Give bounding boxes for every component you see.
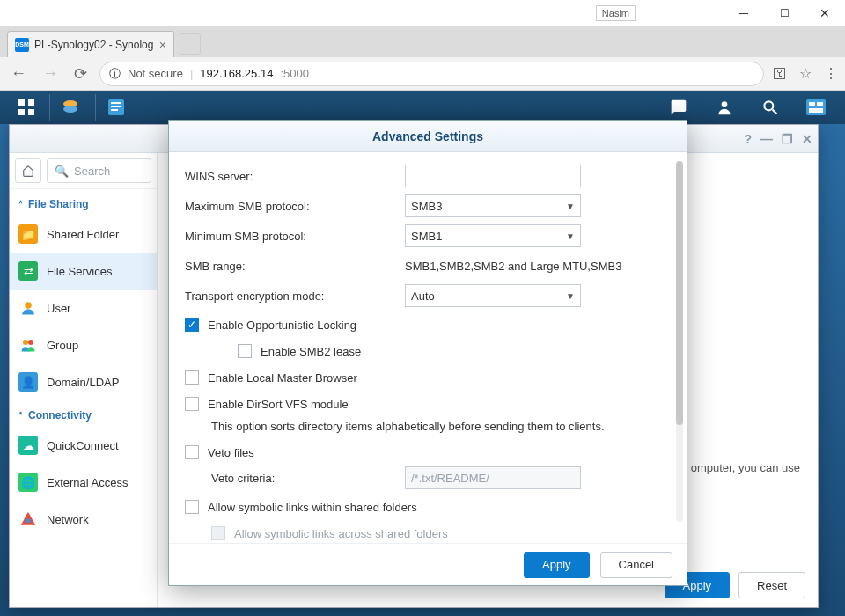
- svg-rect-13: [806, 99, 826, 115]
- svg-point-10: [722, 101, 728, 107]
- local-master-checkbox[interactable]: [185, 370, 199, 385]
- veto-files-checkbox[interactable]: [185, 445, 199, 459]
- sidebar-item-file-services[interactable]: ⇄ File Services: [10, 253, 157, 290]
- dsm-widgets-icon[interactable]: [796, 94, 836, 121]
- sidebar-item-network[interactable]: Network: [10, 501, 157, 538]
- tab-close-icon[interactable]: ×: [159, 38, 166, 52]
- svg-rect-9: [111, 109, 118, 111]
- dsm-apps-button[interactable]: [9, 94, 44, 121]
- svg-rect-15: [817, 102, 823, 106]
- cloud-icon: ☁: [18, 436, 38, 455]
- info-icon: ⓘ: [109, 66, 121, 82]
- security-label: Not secure: [128, 67, 183, 80]
- address-bar[interactable]: ⓘ Not secure | 192.168.25.14:5000: [99, 62, 764, 86]
- cp-close-icon[interactable]: ✕: [802, 132, 812, 146]
- forward-button[interactable]: →: [39, 61, 62, 86]
- svg-rect-1: [28, 99, 34, 106]
- url-port: :5000: [280, 67, 309, 80]
- sidebar-home-button[interactable]: [15, 158, 41, 183]
- wins-input[interactable]: [405, 165, 581, 187]
- dsm-user-icon[interactable]: [704, 94, 745, 121]
- cp-help-icon[interactable]: ?: [744, 132, 752, 146]
- transport-select[interactable]: Auto ▼: [405, 284, 581, 307]
- modal-title: Advanced Settings: [169, 121, 687, 152]
- symlinks-within-checkbox[interactable]: [185, 500, 199, 514]
- svg-point-18: [23, 340, 28, 345]
- network-icon: [18, 510, 38, 529]
- svg-point-17: [25, 302, 32, 309]
- os-maximize-button[interactable]: ☐: [764, 0, 805, 26]
- chevron-up-icon: ˄: [18, 411, 23, 421]
- smb2-lease-checkbox[interactable]: [238, 344, 252, 358]
- opportunistic-locking-label: Enable Opportunistic Locking: [208, 319, 356, 332]
- section-file-sharing[interactable]: ˄ File Sharing: [10, 189, 157, 216]
- os-close-button[interactable]: ✕: [805, 0, 845, 26]
- opportunistic-locking-checkbox[interactable]: [185, 318, 199, 332]
- cp-minimize-icon[interactable]: —: [760, 132, 773, 146]
- max-smb-select[interactable]: SMB3 ▼: [405, 194, 581, 217]
- key-icon[interactable]: ⚿: [773, 66, 787, 82]
- chevron-down-icon: ▼: [566, 291, 575, 301]
- control-panel-window: Control Panel ? — ❐ ✕ 🔍 Search: [9, 124, 819, 608]
- cp-maximize-icon[interactable]: ❐: [782, 132, 793, 146]
- sidebar-item-domain-ldap[interactable]: 👤 Domain/LDAP: [10, 363, 157, 400]
- browser-toolbar: ← → ⟳ ⓘ Not secure | 192.168.25.14:5000 …: [0, 57, 845, 91]
- new-tab-button[interactable]: [180, 33, 201, 55]
- dirsort-label: Enable DirSort VFS module: [208, 398, 349, 411]
- dsm-chat-icon[interactable]: [658, 94, 699, 121]
- sidebar-item-group[interactable]: Group: [10, 326, 157, 363]
- local-master-label: Enable Local Master Browser: [208, 371, 357, 385]
- min-smb-label: Minimum SMB protocol:: [185, 230, 405, 243]
- dirsort-hint: This option sorts directory items alphab…: [185, 420, 671, 433]
- modal-footer: Apply Cancel: [169, 543, 687, 585]
- user-icon: [18, 298, 38, 318]
- star-icon[interactable]: ☆: [799, 65, 812, 82]
- dsm-search-icon[interactable]: [750, 94, 790, 121]
- menu-icon[interactable]: ⋮: [824, 65, 838, 82]
- svg-point-11: [764, 101, 773, 110]
- cp-reset-button[interactable]: Reset: [738, 572, 805, 598]
- min-smb-select[interactable]: SMB1 ▼: [405, 224, 581, 247]
- smb2-lease-label: Enable SMB2 lease: [261, 345, 361, 358]
- domain-icon: 👤: [18, 372, 38, 392]
- search-icon: 🔍: [55, 165, 69, 178]
- dsm-taskbar-app1[interactable]: [49, 94, 90, 121]
- os-minimize-button[interactable]: ─: [724, 0, 764, 26]
- folder-icon: 📁: [18, 224, 38, 244]
- browser-tab[interactable]: DSM PL-Synology02 - Synolog ×: [7, 31, 174, 57]
- os-username: Nasim: [596, 5, 636, 21]
- sidebar-item-external-access[interactable]: 🌐 External Access: [10, 464, 157, 501]
- svg-rect-8: [111, 106, 121, 107]
- sidebar-item-user[interactable]: User: [10, 290, 157, 326]
- veto-criteria-label: Veto criteria:: [211, 472, 405, 485]
- svg-rect-2: [18, 109, 25, 115]
- smb-range-label: SMB range:: [185, 260, 405, 273]
- modal-apply-button[interactable]: Apply: [524, 552, 590, 578]
- svg-rect-0: [18, 99, 25, 106]
- search-placeholder: Search: [74, 165, 110, 178]
- file-services-icon: ⇄: [18, 261, 38, 281]
- section-connectivity[interactable]: ˄ Connectivity: [10, 400, 157, 427]
- max-smb-label: Maximum SMB protocol:: [185, 200, 405, 213]
- chevron-down-icon: ▼: [566, 231, 575, 241]
- chevron-up-icon: ˄: [18, 200, 23, 209]
- veto-files-label: Veto files: [208, 446, 254, 459]
- svg-point-5: [63, 106, 77, 113]
- veto-criteria-input[interactable]: [405, 466, 581, 489]
- dsm-desktop: Control Panel ? — ❐ ✕ 🔍 Search: [0, 124, 845, 616]
- symlinks-within-label: Allow symbolic links within shared folde…: [208, 501, 417, 514]
- svg-rect-3: [28, 109, 34, 115]
- sidebar-search-input[interactable]: 🔍 Search: [47, 158, 151, 183]
- reload-button[interactable]: ⟳: [70, 61, 91, 87]
- modal-cancel-button[interactable]: Cancel: [600, 552, 672, 578]
- toolbar-right: ⚿ ☆ ⋮: [773, 65, 838, 82]
- svg-rect-7: [111, 102, 121, 104]
- control-panel-sidebar: 🔍 Search ˄ File Sharing 📁 Shared Folder …: [10, 153, 158, 607]
- back-button[interactable]: ←: [7, 61, 30, 86]
- sidebar-item-quickconnect[interactable]: ☁ QuickConnect: [10, 427, 157, 464]
- sidebar-item-shared-folder[interactable]: 📁 Shared Folder: [10, 216, 157, 253]
- scrollbar-thumb[interactable]: [676, 161, 683, 425]
- dsm-taskbar-app2[interactable]: [95, 94, 136, 121]
- symlinks-across-label: Allow symbolic links across shared folde…: [234, 527, 448, 540]
- dirsort-checkbox[interactable]: [185, 397, 199, 411]
